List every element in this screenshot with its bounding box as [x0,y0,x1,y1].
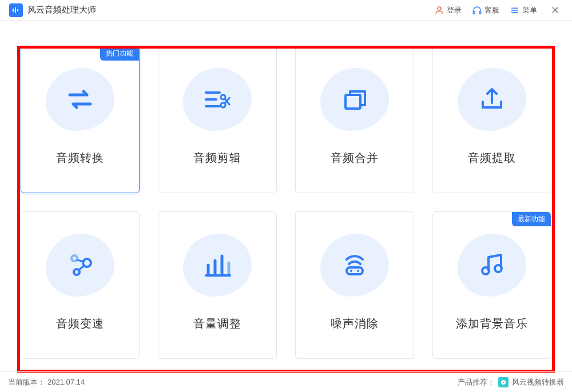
icon-bg [458,234,526,297]
card-audio-extract[interactable]: 音频提取 [432,46,551,193]
card-audio-cut[interactable]: 音频剪辑 [158,46,277,193]
card-label: 音频合并 [331,150,379,166]
feature-grid: 热门功能 音频转换 音频剪辑 [21,46,551,359]
svg-point-29 [495,265,502,272]
card-audio-convert[interactable]: 热门功能 音频转换 [21,46,140,193]
svg-rect-5 [479,11,481,14]
menu-icon [510,5,520,15]
icon-bg [458,68,526,131]
svg-point-13 [221,103,225,107]
denoise-icon [337,248,372,282]
version-label: 当前版本： [8,377,45,387]
recommend-product-link[interactable]: 风云视频转换器 [512,377,564,387]
cut-icon [200,82,235,117]
support-button[interactable]: 客服 [472,5,499,15]
icon-bg [183,234,252,297]
login-label: 登录 [447,5,462,15]
card-label: 音量调整 [193,316,241,331]
bgm-icon [475,248,509,282]
card-volume-adjust[interactable]: 音量调整 [158,211,277,359]
extract-icon [475,82,509,117]
svg-point-12 [221,95,225,99]
card-label: 添加背景音乐 [456,316,528,331]
card-label: 音频转换 [56,150,104,166]
svg-rect-25 [347,267,363,274]
version-info: 当前版本： 2021.07.14 [8,377,85,387]
logo-equalizer-icon [12,6,20,14]
svg-point-27 [357,270,359,272]
svg-rect-2 [17,9,18,11]
footer-bar: 当前版本： 2021.07.14 产品推荐： 风云视频转换器 [0,371,572,392]
app-header: 风云音频处理大师 登录 客服 菜单 [0,0,572,21]
recommend-section: 产品推荐： 风云视频转换器 [458,377,564,387]
svg-point-26 [350,270,352,272]
close-button[interactable]: ✕ [547,4,563,17]
svg-point-3 [438,7,441,10]
icon-bg [46,68,114,131]
convert-icon [63,82,97,117]
support-label: 客服 [484,5,499,15]
user-icon [434,5,444,15]
header-actions: 登录 客服 菜单 ✕ [434,4,563,17]
merge-icon [337,82,372,117]
svg-rect-16 [345,95,360,109]
icon-bg [46,234,114,297]
icon-bg [320,234,389,297]
svg-point-18 [83,259,91,267]
menu-label: 菜单 [522,5,537,15]
svg-rect-4 [473,11,475,14]
app-logo [9,3,23,17]
card-label: 噪声消除 [331,316,379,331]
svg-point-17 [72,255,77,261]
volume-icon [200,248,235,282]
new-badge: 最新功能 [512,212,551,226]
version-value: 2021.07.14 [47,378,85,386]
card-label: 音频剪辑 [193,150,241,166]
login-button[interactable]: 登录 [434,5,462,15]
card-label: 音频提取 [468,150,516,166]
icon-bg [183,68,252,131]
main-content: 热门功能 音频转换 音频剪辑 [0,21,572,370]
recommend-label: 产品推荐： [458,377,495,387]
card-audio-speed[interactable]: 音频变速 [21,211,140,359]
menu-button[interactable]: 菜单 [510,5,537,15]
card-add-bgm[interactable]: 最新功能 添加背景音乐 [432,211,551,359]
recommend-app-icon [498,377,509,387]
card-noise-remove[interactable]: 噪声消除 [295,211,414,359]
svg-point-28 [482,267,489,274]
headphones-icon [472,5,482,15]
app-title: 风云音频处理大师 [27,5,96,15]
card-label: 音频变速 [56,316,104,331]
card-audio-merge[interactable]: 音频合并 [295,46,414,193]
svg-rect-1 [15,7,16,13]
speed-icon [63,248,97,282]
svg-rect-0 [13,9,14,12]
close-icon: ✕ [551,5,559,16]
icon-bg [320,68,389,131]
hot-badge: 热门功能 [100,46,139,61]
